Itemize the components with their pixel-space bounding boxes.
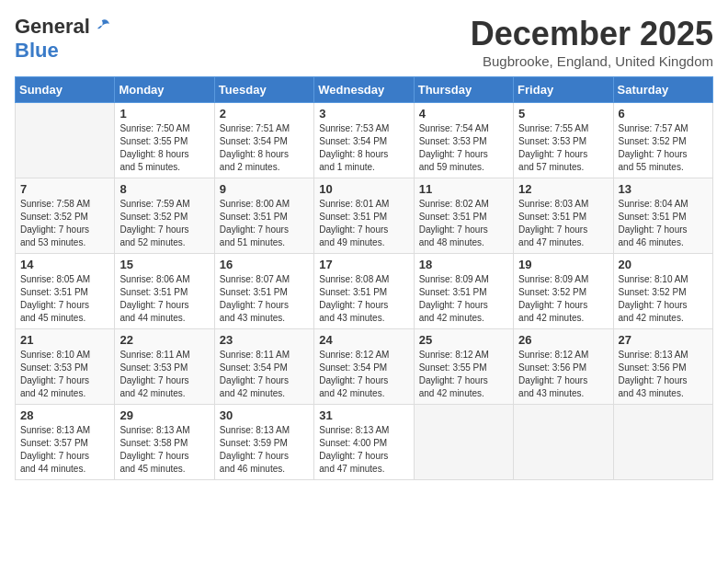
day-cell: 4Sunrise: 7:54 AM Sunset: 3:53 PM Daylig… [414,103,513,178]
day-cell: 12Sunrise: 8:03 AM Sunset: 3:51 PM Dayli… [514,178,613,254]
logo-bird-icon [92,17,112,37]
weekday-header-monday: Monday [115,77,214,103]
day-number: 12 [518,182,608,196]
day-cell [613,405,712,480]
day-info: Sunrise: 7:57 AM Sunset: 3:52 PM Dayligh… [619,122,708,174]
weekday-header-saturday: Saturday [613,77,712,103]
day-cell: 25Sunrise: 8:12 AM Sunset: 3:55 PM Dayli… [414,329,513,405]
day-cell: 21Sunrise: 8:10 AM Sunset: 3:53 PM Dayli… [16,329,115,405]
day-info: Sunrise: 8:13 AM Sunset: 3:59 PM Dayligh… [220,424,309,476]
day-info: Sunrise: 8:02 AM Sunset: 3:51 PM Dayligh… [419,198,508,249]
calendar-table: SundayMondayTuesdayWednesdayThursdayFrid… [15,76,713,480]
day-number: 20 [619,258,708,271]
day-info: Sunrise: 8:10 AM Sunset: 3:53 PM Dayligh… [20,349,109,400]
day-cell [414,405,513,480]
day-cell: 23Sunrise: 8:11 AM Sunset: 3:54 PM Dayli… [214,329,313,405]
day-info: Sunrise: 8:12 AM Sunset: 3:54 PM Dayligh… [319,349,408,400]
day-info: Sunrise: 8:06 AM Sunset: 3:51 PM Dayligh… [119,273,209,325]
week-row-5: 28Sunrise: 8:13 AM Sunset: 3:57 PM Dayli… [16,405,713,480]
month-title: December 2025 [471,15,713,53]
day-number: 21 [20,333,109,347]
week-row-2: 7Sunrise: 7:58 AM Sunset: 3:52 PM Daylig… [16,178,713,254]
day-info: Sunrise: 7:50 AM Sunset: 3:55 PM Dayligh… [119,122,209,174]
day-info: Sunrise: 8:11 AM Sunset: 3:53 PM Dayligh… [119,349,209,400]
day-cell: 29Sunrise: 8:13 AM Sunset: 3:58 PM Dayli… [115,405,214,480]
day-number: 14 [20,258,109,271]
day-number: 11 [419,182,508,196]
day-info: Sunrise: 8:08 AM Sunset: 3:51 PM Dayligh… [319,273,408,325]
day-info: Sunrise: 7:51 AM Sunset: 3:54 PM Dayligh… [220,122,309,174]
weekday-header-friday: Friday [514,77,613,103]
day-info: Sunrise: 7:59 AM Sunset: 3:52 PM Dayligh… [119,198,209,249]
day-cell: 27Sunrise: 8:13 AM Sunset: 3:56 PM Dayli… [613,329,712,405]
day-number: 7 [20,182,109,196]
day-number: 29 [119,408,209,422]
day-number: 4 [419,107,508,121]
day-number: 30 [220,408,309,422]
day-info: Sunrise: 7:55 AM Sunset: 3:53 PM Dayligh… [518,122,608,174]
day-cell: 8Sunrise: 7:59 AM Sunset: 3:52 PM Daylig… [115,178,214,254]
day-cell: 3Sunrise: 7:53 AM Sunset: 3:54 PM Daylig… [314,103,414,178]
day-info: Sunrise: 7:54 AM Sunset: 3:53 PM Dayligh… [419,122,508,174]
day-number: 5 [518,107,608,121]
day-number: 19 [518,258,608,271]
day-cell [16,103,115,178]
day-number: 23 [220,333,309,347]
day-cell [514,405,613,480]
day-cell: 26Sunrise: 8:12 AM Sunset: 3:56 PM Dayli… [514,329,613,405]
day-number: 28 [20,408,109,422]
day-cell: 7Sunrise: 7:58 AM Sunset: 3:52 PM Daylig… [16,178,115,254]
day-number: 26 [518,333,608,347]
day-number: 31 [319,408,408,422]
day-number: 9 [220,182,309,196]
day-number: 18 [419,258,508,271]
day-number: 15 [119,258,209,271]
weekday-header-sunday: Sunday [16,77,115,103]
day-info: Sunrise: 8:05 AM Sunset: 3:51 PM Dayligh… [20,273,109,325]
logo: General Blue [15,15,112,63]
day-number: 3 [319,107,408,121]
day-info: Sunrise: 8:12 AM Sunset: 3:56 PM Dayligh… [518,349,608,400]
day-info: Sunrise: 8:03 AM Sunset: 3:51 PM Dayligh… [518,198,608,249]
week-row-4: 21Sunrise: 8:10 AM Sunset: 3:53 PM Dayli… [16,329,713,405]
location: Bugbrooke, England, United Kingdom [471,53,713,69]
day-cell: 22Sunrise: 8:11 AM Sunset: 3:53 PM Dayli… [115,329,214,405]
day-number: 22 [119,333,209,347]
day-info: Sunrise: 8:10 AM Sunset: 3:52 PM Dayligh… [619,273,708,325]
day-cell: 24Sunrise: 8:12 AM Sunset: 3:54 PM Dayli… [314,329,414,405]
day-number: 13 [619,182,708,196]
day-cell: 10Sunrise: 8:01 AM Sunset: 3:51 PM Dayli… [314,178,414,254]
day-number: 16 [220,258,309,271]
day-cell: 15Sunrise: 8:06 AM Sunset: 3:51 PM Dayli… [115,254,214,329]
logo-blue: Blue [15,39,59,62]
day-cell: 28Sunrise: 8:13 AM Sunset: 3:57 PM Dayli… [16,405,115,480]
day-number: 27 [619,333,708,347]
day-cell: 18Sunrise: 8:09 AM Sunset: 3:51 PM Dayli… [414,254,513,329]
day-cell: 6Sunrise: 7:57 AM Sunset: 3:52 PM Daylig… [613,103,712,178]
day-cell: 31Sunrise: 8:13 AM Sunset: 4:00 PM Dayli… [314,405,414,480]
day-cell: 14Sunrise: 8:05 AM Sunset: 3:51 PM Dayli… [16,254,115,329]
day-info: Sunrise: 7:58 AM Sunset: 3:52 PM Dayligh… [20,198,109,249]
day-number: 2 [220,107,309,121]
weekday-header-row: SundayMondayTuesdayWednesdayThursdayFrid… [16,77,713,103]
day-info: Sunrise: 7:53 AM Sunset: 3:54 PM Dayligh… [319,122,408,174]
day-info: Sunrise: 8:13 AM Sunset: 4:00 PM Dayligh… [319,424,408,476]
day-cell: 9Sunrise: 8:00 AM Sunset: 3:51 PM Daylig… [214,178,313,254]
week-row-1: 1Sunrise: 7:50 AM Sunset: 3:55 PM Daylig… [16,103,713,178]
day-cell: 17Sunrise: 8:08 AM Sunset: 3:51 PM Dayli… [314,254,414,329]
page-header: General Blue December 2025 Bugbrooke, En… [15,15,713,69]
day-info: Sunrise: 8:09 AM Sunset: 3:52 PM Dayligh… [518,273,608,325]
weekday-header-tuesday: Tuesday [214,77,313,103]
day-info: Sunrise: 8:13 AM Sunset: 3:58 PM Dayligh… [119,424,209,476]
day-info: Sunrise: 8:12 AM Sunset: 3:55 PM Dayligh… [419,349,508,400]
day-info: Sunrise: 8:07 AM Sunset: 3:51 PM Dayligh… [220,273,309,325]
day-number: 8 [119,182,209,196]
day-number: 1 [119,107,209,121]
day-number: 10 [319,182,408,196]
day-info: Sunrise: 8:01 AM Sunset: 3:51 PM Dayligh… [319,198,408,249]
day-cell: 11Sunrise: 8:02 AM Sunset: 3:51 PM Dayli… [414,178,513,254]
day-number: 17 [319,258,408,271]
day-info: Sunrise: 8:09 AM Sunset: 3:51 PM Dayligh… [419,273,508,325]
day-cell: 19Sunrise: 8:09 AM Sunset: 3:52 PM Dayli… [514,254,613,329]
day-info: Sunrise: 8:13 AM Sunset: 3:57 PM Dayligh… [20,424,109,476]
